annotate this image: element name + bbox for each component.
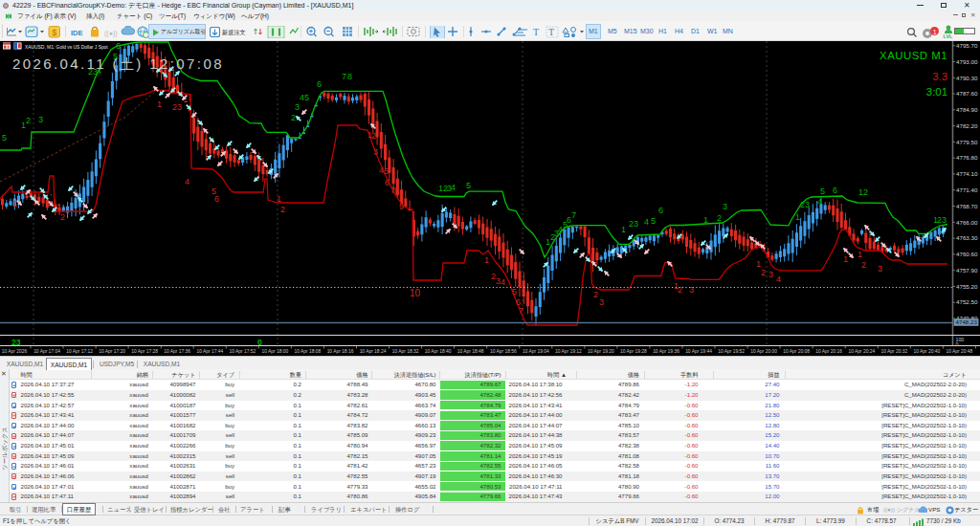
svg-text:2: 2 [371,131,376,141]
svg-text:4766.00: 4766.00 [956,219,978,226]
svg-text:4768.70: 4768.70 [956,203,978,209]
svg-text:10 Apr 17:44: 10 Apr 17:44 [196,349,223,354]
svg-text:5: 5 [384,166,389,176]
svg-text:1: 1 [56,202,61,211]
svg-text:IDE: IDE [71,29,83,37]
svg-text:1: 1 [277,194,281,204]
svg-text:10 Apr 18:32: 10 Apr 18:32 [392,349,419,354]
svg-text:4790.30: 4790.30 [956,75,978,81]
svg-text:2: 2 [678,285,682,295]
svg-text:4776.80: 4776.80 [956,154,978,161]
svg-text:6: 6 [658,206,663,215]
svg-text:10 Apr 18:00: 10 Apr 18:00 [262,349,289,354]
svg-text:2: 2 [717,213,722,223]
svg-text:6: 6 [317,79,322,89]
svg-text:10 Apr 17:12: 10 Apr 17:12 [66,349,93,354]
svg-text:10 Apr 17:28: 10 Apr 17:28 [131,349,158,354]
svg-text:8: 8 [347,72,352,81]
svg-text:3: 3 [942,215,947,225]
svg-text:3: 3 [689,285,694,295]
svg-text:2: 2 [861,260,866,270]
svg-text:3:01: 3:01 [926,86,947,98]
svg-text:4752.50: 4752.50 [956,298,978,305]
svg-text:7: 7 [519,306,523,316]
svg-text:10 Apr 20:24: 10 Apr 20:24 [848,349,875,354]
svg-text:10 Apr 17:20: 10 Apr 17:20 [99,349,125,354]
svg-text:9: 9 [399,202,404,211]
svg-text:10 Apr 19:44: 10 Apr 19:44 [685,349,712,354]
svg-text:4774.10: 4774.10 [956,170,978,177]
svg-text:4: 4 [501,277,505,287]
svg-text:4: 4 [185,177,189,186]
svg-text:3: 3 [295,102,300,112]
svg-text:10 Apr 2026: 10 Apr 2026 [2,349,28,354]
svg-text:23: 23 [11,338,21,347]
svg-text:4795.70: 4795.70 [956,42,978,49]
svg-text:10 Apr 19:28: 10 Apr 19:28 [620,349,647,354]
svg-text:XAUUSD M1: XAUUSD M1 [880,50,947,61]
svg-text:3: 3 [878,264,882,274]
svg-text:4: 4 [451,183,456,192]
svg-text:3: 3 [373,147,378,157]
svg-text:5: 5 [2,133,7,142]
svg-text:0: 0 [956,341,959,347]
svg-text:8: 8 [394,186,399,196]
svg-text:10 Apr 18:24: 10 Apr 18:24 [360,349,387,354]
svg-text:1: 1 [933,28,937,34]
svg-text:T: T [548,27,554,37]
svg-text:4: 4 [644,217,649,227]
svg-text:3: 3 [768,270,773,279]
svg-text:7: 7 [342,72,346,81]
svg-text:0: 0 [257,338,262,347]
svg-text:6: 6 [214,194,219,204]
svg-text:4771.40: 4771.40 [956,186,978,193]
svg-text:10 Apr 18:40: 10 Apr 18:40 [425,349,452,354]
svg-text:1: 1 [12,199,17,208]
svg-text:4787.60: 4787.60 [956,90,978,97]
svg-text:5: 5 [466,181,471,190]
svg-text:3: 3 [38,115,43,124]
svg-text:2: 2 [280,205,285,214]
svg-text:2: 2 [863,187,868,197]
svg-text:5: 5 [820,186,825,196]
svg-text:10 Apr 18:08: 10 Apr 18:08 [295,349,322,354]
svg-text:T: T [533,27,539,37]
svg-text:3.3: 3.3 [932,71,947,82]
svg-text:1: 1 [621,225,626,234]
svg-text:10 Apr 18:56: 10 Apr 18:56 [490,349,517,354]
svg-text:10: 10 [410,288,421,298]
svg-text:1: 1 [703,215,708,225]
svg-text:4748.23: 4748.23 [956,318,978,325]
svg-text:4784.90: 4784.90 [956,106,978,113]
svg-text:10 Apr 17:52: 10 Apr 17:52 [229,349,256,354]
svg-text:10 Apr 20:40: 10 Apr 20:40 [914,349,941,354]
svg-text:10 Apr 18:16: 10 Apr 18:16 [327,349,354,354]
svg-text:$: $ [52,28,56,37]
svg-text:1: 1 [795,212,800,222]
svg-text:2: 2 [60,212,65,222]
svg-text:4793.00: 4793.00 [956,58,978,65]
svg-text:10 Apr 17:36: 10 Apr 17:36 [164,349,190,354]
svg-text:5: 5 [512,287,517,296]
svg-text:10 Apr 20:32: 10 Apr 20:32 [880,349,907,354]
svg-text:10 Apr 20:08: 10 Apr 20:08 [783,349,810,354]
svg-text:10 Apr 20:16: 10 Apr 20:16 [815,349,842,354]
svg-text:3: 3 [805,200,810,209]
svg-text:10 Apr 19:12: 10 Apr 19:12 [555,349,582,354]
svg-text:2: 2 [761,268,766,277]
svg-text:10 Apr 19:20: 10 Apr 19:20 [588,349,614,354]
svg-text:1: 1 [484,255,489,265]
svg-text:2026.04.11 (土) 12:07:08: 2026.04.11 (土) 12:07:08 [12,55,224,72]
svg-text:LVL: LVL [944,33,954,39]
svg-text:1: 1 [157,99,162,109]
svg-text:6: 6 [385,178,390,187]
svg-text:3: 3 [723,202,727,211]
svg-text:6: 6 [833,186,837,195]
svg-text:5: 5 [651,216,656,226]
svg-text:4763.30: 4763.30 [956,234,978,241]
svg-text:1: 1 [843,254,848,264]
svg-text:10 Apr 20:00: 10 Apr 20:00 [750,349,777,354]
svg-text:4755.20: 4755.20 [956,283,978,290]
svg-text:3: 3 [599,297,604,307]
svg-text:2: 2 [26,116,31,125]
